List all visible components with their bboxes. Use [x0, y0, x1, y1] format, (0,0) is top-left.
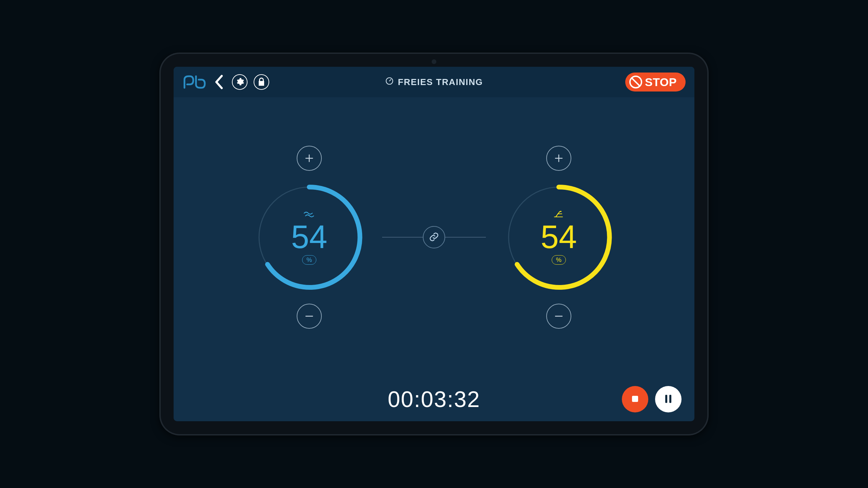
gauges-row: 54 %: [174, 97, 694, 377]
page-title: FREIES TRAINING: [398, 77, 483, 87]
svg-rect-6: [669, 395, 671, 403]
left-gauge-value: 54: [291, 221, 328, 253]
page-title-group: FREIES TRAINING: [385, 77, 483, 88]
right-increase-button[interactable]: [546, 146, 571, 171]
pause-button[interactable]: [655, 386, 682, 412]
right-gauge-unit: %: [552, 255, 566, 265]
stop-button[interactable]: STOP: [625, 73, 686, 92]
stop-button-label: STOP: [645, 76, 677, 89]
gear-icon: [235, 77, 244, 87]
lock-icon: [258, 78, 265, 87]
app-screen: FREIES TRAINING STOP: [174, 67, 694, 421]
footer-bar: 00:03:32: [174, 377, 694, 421]
left-decrease-button[interactable]: [297, 304, 322, 329]
link-toggle-button[interactable]: [423, 226, 445, 248]
right-column: 54 %: [486, 146, 632, 329]
pause-icon: [664, 394, 672, 405]
back-button[interactable]: [213, 75, 226, 89]
record-stop-button[interactable]: [622, 386, 648, 412]
timer-display: 00:03:32: [388, 386, 480, 412]
footer-controls: [622, 386, 682, 412]
svg-point-3: [560, 211, 561, 212]
left-gauge: 54 %: [255, 183, 363, 291]
prohibit-icon: [629, 76, 642, 88]
link-line-left: [382, 237, 423, 238]
lock-button[interactable]: [254, 74, 269, 90]
settings-button[interactable]: [232, 74, 248, 90]
wave-icon: [303, 210, 315, 219]
main-area: 54 %: [174, 97, 694, 421]
right-gauge-value: 54: [541, 221, 577, 253]
right-decrease-button[interactable]: [546, 304, 571, 329]
top-bar: FREIES TRAINING STOP: [174, 67, 694, 97]
app-logo: [182, 74, 207, 90]
left-gauge-unit: %: [302, 255, 316, 265]
plus-icon: [304, 153, 314, 163]
speedometer-icon: [385, 77, 394, 88]
left-column: 54 %: [236, 146, 382, 329]
stop-square-icon: [631, 394, 639, 404]
plus-icon: [554, 153, 564, 163]
treadmill-icon: [553, 210, 565, 219]
svg-rect-5: [665, 395, 667, 403]
svg-rect-4: [632, 396, 638, 402]
tablet-camera: [432, 59, 436, 64]
link-line-right: [445, 237, 486, 238]
left-increase-button[interactable]: [297, 146, 322, 171]
link-area: [382, 226, 486, 248]
minus-icon: [554, 311, 564, 321]
minus-icon: [304, 311, 314, 321]
tablet-frame: FREIES TRAINING STOP: [159, 53, 709, 435]
right-gauge: 54 %: [505, 183, 613, 291]
link-icon: [429, 232, 439, 243]
